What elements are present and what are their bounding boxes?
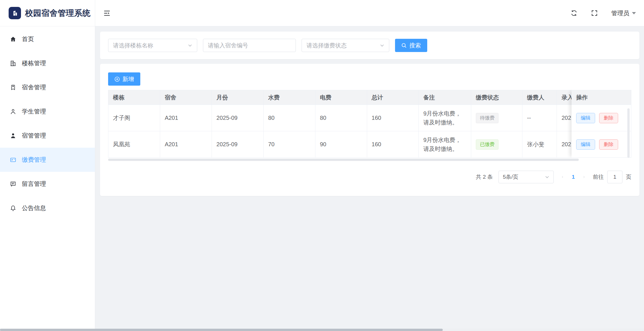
cell-status: 已缴费 (471, 131, 522, 158)
table-row: 才子阁 A201 2025-09 80 80 160 9月份水电费，请及时缴纳。… (108, 105, 631, 131)
cell-water: 80 (264, 105, 315, 131)
delete-button[interactable]: 删除 (599, 113, 618, 123)
building-glyph-icon (11, 9, 19, 17)
building-select[interactable]: 请选择楼栋名称 (108, 39, 197, 52)
sidebar-menu: 首页 楼栋管理 宿舍管理 学生管理 (0, 26, 95, 220)
sidebar-item-label: 宿舍管理 (22, 83, 46, 91)
goto-page: 前往 页 (593, 171, 631, 183)
status-badge: 待缴费 (476, 113, 499, 123)
row-actions: 编辑 删除 (572, 105, 631, 131)
sidebar-item-dorms[interactable]: 宿舍管理 (0, 75, 95, 99)
sidebar-item-label: 宿管管理 (22, 132, 46, 140)
table-header-row: 楼栋 宿舍 月份 水费 电费 总计 备注 缴费状态 缴费人 录入 (108, 90, 631, 105)
col-header-payer: 缴费人 (522, 90, 557, 105)
cell-month: 2025-09 (212, 131, 264, 158)
sidebar-item-students[interactable]: 学生管理 (0, 99, 95, 124)
sidebar-item-managers[interactable]: 宿管管理 (0, 124, 95, 148)
cell-remark: 9月份水电费，请及时缴纳。 (419, 105, 471, 131)
table-row: 凤凰苑 A201 2025-09 70 90 160 9月份水电费，请及时缴纳。… (108, 131, 631, 158)
page-horizontal-scrollbar[interactable] (0, 329, 644, 331)
chevron-down-icon (380, 43, 384, 48)
table-viewport[interactable]: 楼栋 宿舍 月份 水费 电费 总计 备注 缴费状态 缴费人 录入 才 (108, 90, 631, 158)
chevron-down-icon (632, 12, 636, 14)
sidebar-item-label: 首页 (22, 35, 34, 43)
page-number-current[interactable]: 1 (568, 174, 578, 180)
page-content: 请选择楼栋名称 请选择缴费状态 搜索 新增 (95, 26, 644, 196)
add-button[interactable]: 新增 (108, 72, 140, 86)
sidebar-item-label: 学生管理 (22, 107, 46, 116)
edit-button[interactable]: 编辑 (576, 113, 595, 123)
payment-status-select[interactable]: 请选择缴费状态 (302, 39, 389, 52)
col-header-operation: 操作 (572, 90, 631, 105)
cell-total: 160 (367, 105, 419, 131)
pager: 1 (559, 174, 587, 180)
scrollbar-thumb[interactable] (0, 329, 443, 331)
sidebar-item-home[interactable]: 首页 (0, 27, 95, 51)
building-select-placeholder: 请选择楼栋名称 (113, 42, 153, 49)
search-button-label: 搜索 (409, 42, 421, 49)
chat-icon (10, 181, 16, 187)
col-header-status: 缴费状态 (471, 90, 522, 105)
chevron-down-icon (545, 175, 549, 179)
page-size-value: 5条/页 (503, 173, 518, 181)
col-header-total: 总计 (367, 90, 419, 105)
pagination: 共 2 条 5条/页 1 前往 页 (476, 170, 631, 184)
filter-bar: 请选择楼栋名称 请选择缴费状态 搜索 (100, 32, 639, 59)
app-logo: 校园宿舍管理系统 (0, 0, 95, 26)
sidebar-item-buildings[interactable]: 楼栋管理 (0, 51, 95, 75)
cell-dorm: A201 (160, 105, 212, 131)
cell-building: 凤凰苑 (108, 131, 160, 158)
topbar: 管理员 (95, 0, 644, 26)
cell-remark: 9月份水电费，请及时缴纳。 (419, 131, 471, 158)
refresh-icon[interactable] (570, 9, 578, 17)
page-size-select[interactable]: 5条/页 (499, 171, 554, 183)
main-area: 管理员 请选择楼栋名称 请选择缴费状态 搜索 (95, 0, 644, 196)
search-icon (401, 43, 407, 48)
dorm-number-input[interactable] (203, 39, 296, 52)
sidebar-item-notices[interactable]: 公告信息 (0, 196, 95, 220)
col-header-water: 水费 (264, 90, 315, 105)
user-menu[interactable]: 管理员 (611, 9, 636, 17)
sidebar-item-messages[interactable]: 留言管理 (0, 172, 95, 196)
prev-page-icon[interactable] (559, 174, 566, 180)
sidebar-item-label: 公告信息 (22, 204, 46, 212)
tag-icon (10, 84, 16, 91)
bell-icon (10, 205, 16, 211)
user-filled-icon (10, 132, 16, 139)
sidebar: 校园宿舍管理系统 首页 楼栋管理 宿舍管理 (0, 0, 95, 331)
goto-label: 前往 (593, 173, 604, 181)
home-icon (10, 36, 16, 43)
cell-month: 2025-09 (212, 105, 264, 131)
delete-button[interactable]: 删除 (599, 139, 618, 150)
pagination-total: 共 2 条 (476, 173, 493, 181)
cell-status: 待缴费 (471, 105, 522, 131)
next-page-icon[interactable] (581, 174, 587, 180)
cell-payer: 张小斐 (522, 131, 557, 158)
goto-suffix: 页 (626, 173, 631, 181)
cell-water: 70 (264, 131, 315, 158)
table-horizontal-scrollbar[interactable] (108, 159, 579, 161)
cell-dorm: A201 (160, 131, 212, 158)
cell-electric: 90 (315, 131, 367, 158)
collapse-sidebar-icon[interactable] (103, 9, 111, 17)
fullscreen-icon[interactable] (591, 9, 598, 17)
col-header-remark: 备注 (419, 90, 471, 105)
user-outline-icon (10, 108, 16, 115)
payments-panel: 新增 楼栋 宿舍 月份 水费 电费 总计 备注 缴费状态 (100, 64, 639, 196)
cell-total: 160 (367, 131, 419, 158)
sidebar-item-payments[interactable]: 缴费管理 (0, 148, 95, 172)
user-name: 管理员 (611, 9, 629, 17)
goto-page-input[interactable] (607, 171, 622, 183)
app-title: 校园宿舍管理系统 (25, 8, 91, 19)
row-actions: 编辑 删除 (572, 131, 631, 158)
search-button[interactable]: 搜索 (395, 39, 427, 52)
status-select-placeholder: 请选择缴费状态 (306, 42, 347, 49)
col-header-electric: 电费 (315, 90, 367, 105)
cell-electric: 80 (315, 105, 367, 131)
edit-button[interactable]: 编辑 (576, 139, 595, 150)
col-header-dorm: 宿舍 (160, 90, 212, 105)
building-icon (10, 60, 16, 67)
table-vertical-scrollbar[interactable] (627, 108, 630, 158)
topbar-right: 管理员 (570, 9, 636, 17)
sidebar-item-label: 留言管理 (22, 180, 46, 188)
